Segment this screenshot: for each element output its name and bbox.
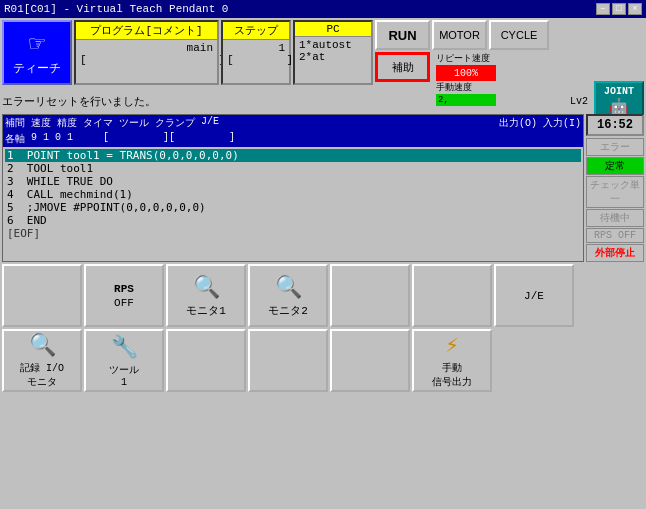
program-content: main [ ] <box>76 40 217 83</box>
title-bar: R01[C01] - Virtual Teach Pendant 0 − □ × <box>0 0 646 18</box>
data-bracket1: [ <box>79 132 109 146</box>
code-line-2[interactable]: 2 TOOL tool1 <box>5 162 581 175</box>
lv2-label: Lv2 <box>570 96 588 107</box>
minimize-button[interactable]: − <box>596 3 610 15</box>
pc-content: 1*autost 2*at <box>295 37 371 83</box>
manual-speed-label: 手動速度 <box>436 81 496 94</box>
middle-section: 補間 速度 精度 タイマ ツール クランプ J/E 出力(O) 入力(I) 各軸… <box>2 114 644 262</box>
joint-label: JOINT <box>604 86 634 97</box>
step-content: 1 [ ] <box>223 40 289 83</box>
empty-btn-3[interactable] <box>412 264 492 327</box>
rps-off-btn[interactable]: RPS OFF <box>84 264 164 327</box>
table-code-area: 補間 速度 精度 タイマ ツール クランプ J/E 出力(O) 入力(I) 各軸… <box>2 114 584 262</box>
right-panel: エラー 定常 チェック単一 待機中 RPS OFF 外部停止 <box>586 138 644 262</box>
repeat-speed-value: 100% <box>454 68 478 79</box>
time-display: 16:52 <box>586 114 644 136</box>
col-header-2: 速度 <box>31 116 51 130</box>
pc-title: PC <box>295 22 371 37</box>
cycle-button[interactable]: CYCLE <box>489 20 549 50</box>
manual-signal-icon: ⚡ <box>445 332 458 359</box>
monitor1-label: モニタ1 <box>186 303 226 318</box>
record-io-label: 記録 I/O モニタ <box>20 361 64 389</box>
right-area: 16:52 エラー 定常 チェック単一 待機中 RPS OFF 外部停止 <box>586 114 644 262</box>
error-label: エラー <box>586 138 644 156</box>
data-val-4: 1 <box>67 132 73 146</box>
empty-btn-6[interactable] <box>330 329 410 392</box>
pc-box: PC 1*autost 2*at <box>293 20 373 85</box>
program-value: main <box>80 42 213 54</box>
data-row: 各軸 9 1 0 1 [ ][ ] <box>3 131 583 147</box>
col-header-3: 精度 <box>57 116 77 130</box>
empty-btn-4[interactable] <box>166 329 246 392</box>
hosho-button[interactable]: 補助 <box>375 52 430 82</box>
empty-btn-1[interactable] <box>2 264 82 327</box>
col-header-5: ツール <box>119 116 149 130</box>
status-row: エラーリセットを行いました。 Lv2 JOINT 🤖 <box>2 90 644 112</box>
step-box: ステップ 1 [ ] <box>221 20 291 85</box>
col-header-4: タイマ <box>83 116 113 130</box>
main-container: ☞ ティーチ プログラム[コメント] main [ ] ステップ 1 [ ] P… <box>0 18 646 509</box>
manual-signal-label: 手動 信号出力 <box>432 361 472 389</box>
check-single-label: チェック単一 <box>586 176 644 208</box>
bottom-row-1: RPS OFF 🔍 モニタ1 🔍 モニタ2 J/E <box>2 264 644 327</box>
col-header-1: 補間 <box>5 116 25 130</box>
record-io-icon: 🔍 <box>29 332 56 359</box>
monitor1-btn[interactable]: 🔍 モニタ1 <box>166 264 246 327</box>
status-message: エラーリセットを行いました。 <box>2 94 566 109</box>
data-val-1: 9 <box>31 132 37 146</box>
step-bracket: [ ] <box>227 54 285 66</box>
waiting-label: 待機中 <box>586 209 644 227</box>
monitor2-btn[interactable]: 🔍 モニタ2 <box>248 264 328 327</box>
right-buttons-area: RUN MOTOR CYCLE 補助 リピート速度 100% 手動速度 2, <box>375 20 644 88</box>
code-line-6[interactable]: 6 END <box>5 214 581 227</box>
pc-line1: 1*autost <box>299 39 367 51</box>
tool1-label: ツール 1 <box>109 363 139 388</box>
col-header-9: 入力(I) <box>543 116 581 130</box>
window-title: R01[C01] - Virtual Teach Pendant 0 <box>4 3 228 15</box>
program-box: プログラム[コメント] main [ ] <box>74 20 219 85</box>
code-line-5[interactable]: 5 ;JMOVE #PPOINT(0,0,0,0,0,0) <box>5 201 581 214</box>
code-line-3[interactable]: 3 WHILE TRUE DO <box>5 175 581 188</box>
window-controls: − □ × <box>596 3 642 15</box>
run-button[interactable]: RUN <box>375 20 430 50</box>
repeat-speed-bar: 100% <box>436 65 496 81</box>
pc-line2: 2*at <box>299 51 367 63</box>
bottom-row-2: 🔍 記録 I/O モニタ 🔧 ツール 1 ⚡ 手動 信号出力 <box>2 329 644 392</box>
je-label: J/E <box>524 290 544 302</box>
data-bracket2: ][ <box>115 132 175 146</box>
data-bracket3: ] <box>181 132 235 146</box>
close-button[interactable]: × <box>628 3 642 15</box>
program-bracket: [ ] <box>80 54 213 66</box>
record-io-btn[interactable]: 🔍 記録 I/O モニタ <box>2 329 82 392</box>
tool1-icon: 🔧 <box>111 334 138 361</box>
je-btn[interactable]: J/E <box>494 264 574 327</box>
tool1-btn[interactable]: 🔧 ツール 1 <box>84 329 164 392</box>
repeat-speed-label: リピート速度 <box>436 52 496 65</box>
rps-off-label: RPS OFF <box>586 228 644 243</box>
data-val-3: 0 <box>55 132 61 146</box>
eof-line: [EOF] <box>5 227 581 240</box>
motor-button[interactable]: MOTOR <box>432 20 487 50</box>
code-line-4[interactable]: 4 CALL mechmind(1) <box>5 188 581 201</box>
column-headers: 補間 速度 精度 タイマ ツール クランプ J/E 出力(O) 入力(I) <box>3 115 583 131</box>
right-top-row: RUN MOTOR CYCLE <box>375 20 644 50</box>
data-label: 各軸 <box>5 132 25 146</box>
empty-btn-2[interactable] <box>330 264 410 327</box>
program-title: プログラム[コメント] <box>76 22 217 40</box>
empty-btn-5[interactable] <box>248 329 328 392</box>
external-stop-label: 外部停止 <box>586 244 644 262</box>
step-value: 1 <box>227 42 285 54</box>
teach-icon: ☞ <box>29 28 45 60</box>
maximize-button[interactable]: □ <box>612 3 626 15</box>
manual-signal-btn[interactable]: ⚡ 手動 信号出力 <box>412 329 492 392</box>
normal-label: 定常 <box>586 157 644 175</box>
monitor2-icon: 🔍 <box>275 274 302 301</box>
teach-label: ティーチ <box>13 60 61 77</box>
rps-off-value: OFF <box>114 297 134 309</box>
col-header-8: 出力(O) <box>499 116 537 130</box>
top-bar: ☞ ティーチ プログラム[コメント] main [ ] ステップ 1 [ ] P… <box>2 20 644 88</box>
rps-off-icon: RPS <box>114 283 134 295</box>
teach-button[interactable]: ☞ ティーチ <box>2 20 72 85</box>
data-val-2: 1 <box>43 132 49 146</box>
code-line-1[interactable]: 1 POINT tool1 = TRANS(0,0,0,0,0,0) <box>5 149 581 162</box>
